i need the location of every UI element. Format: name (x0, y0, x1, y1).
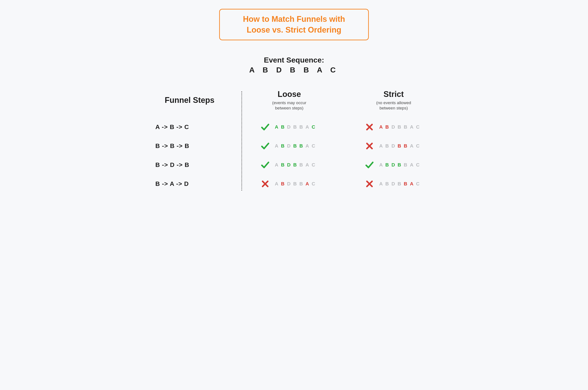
strict-cell: ABDBBAC (341, 123, 446, 132)
sequence-letter: C (416, 124, 422, 130)
sequence-letter: D (287, 124, 293, 130)
sequence-letter: B (281, 162, 287, 168)
loose-cell: ABDBBAC (237, 160, 341, 169)
col-header-strict-text: Strict (341, 90, 446, 99)
strict-cell: ABDBBAC (341, 160, 446, 169)
funnel-step: A -> B -> C (142, 124, 237, 131)
sequence-letter: A (410, 143, 416, 149)
sequence-letters: ABDBBAC (379, 143, 422, 149)
sequence-letter: C (312, 162, 318, 168)
sequence-letter: B (293, 162, 299, 168)
sequence-letter: D (391, 162, 398, 168)
loose-cell: ABDBBAC (237, 180, 341, 188)
col-header-strict-sub: (no events allowed between steps) (341, 100, 446, 111)
sequence-letter: A (410, 162, 416, 168)
sequence-letter: C (312, 181, 318, 187)
sequence-letter: A (410, 181, 416, 187)
check-icon (261, 123, 270, 132)
event-sequence-block: Event Sequence: A B D B B A C (142, 56, 446, 74)
sequence-letter: B (293, 124, 299, 130)
check-icon (261, 160, 270, 169)
funnel-step: B -> D -> B (142, 161, 237, 168)
sequence-letter: A (275, 143, 281, 149)
x-icon (261, 180, 270, 188)
sequence-letter: A (305, 181, 312, 187)
sequence-letter: B (299, 181, 305, 187)
sequence-letter: B (404, 124, 410, 130)
title-box: How to Match Funnels with Loose vs. Stri… (219, 9, 369, 40)
sequence-letter: A (410, 124, 416, 130)
sequence-letter: D (391, 181, 398, 187)
sequence-letter: A (305, 143, 312, 149)
sequence-letters: ABDBBAC (275, 143, 318, 149)
sequence-letter: A (379, 181, 385, 187)
diagram-root: How to Match Funnels with Loose vs. Stri… (142, 9, 446, 381)
sequence-letter: D (287, 162, 293, 168)
vertical-divider (241, 91, 242, 191)
sequence-letter: A (275, 162, 281, 168)
x-icon (365, 123, 374, 132)
sequence-letter: C (416, 143, 422, 149)
sequence-letter: B (385, 124, 391, 130)
sequence-letter: B (398, 124, 404, 130)
sequence-letters: ABDBBAC (275, 124, 318, 130)
sequence-letters: ABDBBAC (275, 181, 318, 187)
col-header-loose-sub: (events may occur between steps) (237, 100, 341, 111)
sequence-letter: C (416, 162, 422, 168)
sequence-letter: D (287, 143, 293, 149)
sequence-letter: A (305, 124, 312, 130)
event-sequence-label: Event Sequence: (142, 56, 446, 64)
title-line-2: Loose vs. Strict Ordering (226, 25, 362, 36)
sequence-letter: A (275, 124, 281, 130)
strict-cell: ABDBBAC (341, 180, 446, 188)
sequence-letter: B (281, 143, 287, 149)
sequence-letter: B (293, 181, 299, 187)
sequence-letter: D (391, 143, 398, 149)
sequence-letter: B (281, 181, 287, 187)
col-header-steps: Funnel Steps (142, 96, 237, 107)
col-header-loose: Loose (events may occur between steps) (237, 90, 341, 112)
sequence-letter: D (287, 181, 293, 187)
comparison-grid: Funnel Steps Loose (events may occur bet… (142, 90, 446, 188)
sequence-letter: A (379, 143, 385, 149)
sequence-letters: ABDBBAC (379, 181, 422, 187)
sequence-letter: B (299, 124, 305, 130)
sequence-letters: ABDBBAC (379, 162, 422, 168)
loose-cell: ABDBBAC (237, 142, 341, 150)
x-icon (365, 180, 374, 188)
sequence-letter: B (404, 162, 410, 168)
event-sequence-value: A B D B B A C (142, 66, 446, 74)
sequence-letter: B (404, 181, 410, 187)
sequence-letter: B (299, 162, 305, 168)
sequence-letter: B (398, 162, 404, 168)
check-icon (261, 142, 270, 150)
sequence-letter: C (416, 181, 422, 187)
sequence-letter: B (299, 143, 305, 149)
sequence-letter: A (379, 124, 385, 130)
col-header-steps-text: Funnel Steps (142, 96, 237, 105)
sequence-letter: A (275, 181, 281, 187)
sequence-letter: D (391, 124, 398, 130)
funnel-step: B -> B -> B (142, 143, 237, 149)
sequence-letter: A (305, 162, 312, 168)
sequence-letter: A (379, 162, 385, 168)
check-icon (365, 160, 374, 169)
sequence-letter: C (312, 143, 318, 149)
sequence-letter: B (293, 143, 299, 149)
sequence-letters: ABDBBAC (275, 162, 318, 168)
col-header-strict: Strict (no events allowed between steps) (341, 90, 446, 112)
title-line-1: How to Match Funnels with (226, 14, 362, 25)
sequence-letter: C (312, 124, 318, 130)
sequence-letter: B (398, 143, 404, 149)
funnel-step: B -> A -> D (142, 180, 237, 187)
col-header-loose-text: Loose (237, 90, 341, 99)
loose-cell: ABDBBAC (237, 123, 341, 132)
sequence-letter: B (385, 181, 391, 187)
sequence-letter: B (404, 143, 410, 149)
sequence-letter: B (398, 181, 404, 187)
sequence-letter: B (385, 143, 391, 149)
sequence-letters: ABDBBAC (379, 124, 422, 130)
x-icon (365, 142, 374, 150)
sequence-letter: B (385, 162, 391, 168)
strict-cell: ABDBBAC (341, 142, 446, 150)
